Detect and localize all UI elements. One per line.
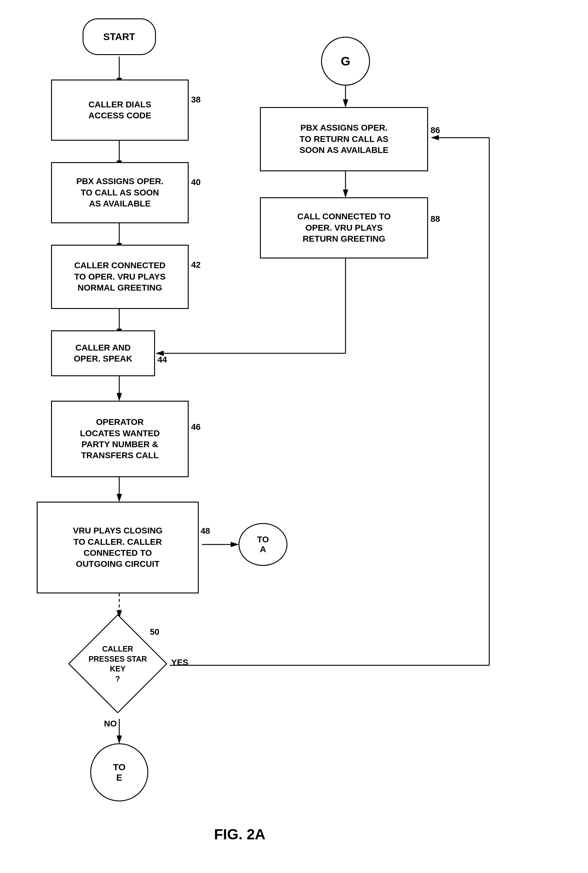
no-label: NO bbox=[104, 719, 117, 729]
node-88: CALL CONNECTED TO OPER. VRU PLAYS RETURN… bbox=[260, 197, 428, 258]
ref-46: 46 bbox=[191, 422, 201, 432]
start-node: START bbox=[82, 18, 156, 55]
svg-marker-19 bbox=[431, 135, 439, 140]
svg-marker-9 bbox=[117, 393, 122, 401]
ref-44: 44 bbox=[158, 355, 167, 365]
fig-label: FIG. 2A bbox=[214, 826, 266, 843]
to-a-circle: TO A bbox=[238, 523, 287, 566]
svg-marker-21 bbox=[117, 736, 122, 743]
svg-marker-25 bbox=[343, 190, 348, 197]
svg-marker-11 bbox=[117, 494, 122, 502]
node-38: CALLER DIALS ACCESS CODE bbox=[51, 80, 189, 141]
ref-40: 40 bbox=[191, 177, 201, 187]
ref-38: 38 bbox=[191, 95, 201, 105]
svg-marker-13 bbox=[231, 542, 238, 547]
ref-48: 48 bbox=[201, 526, 210, 536]
ref-88: 88 bbox=[430, 214, 440, 224]
node-46: OPERATOR LOCATES WANTED PARTY NUMBER & T… bbox=[51, 401, 189, 477]
svg-marker-23 bbox=[343, 99, 348, 107]
ref-50: 50 bbox=[150, 627, 159, 637]
node-86: PBX ASSIGNS OPER. TO RETURN CALL AS SOON… bbox=[260, 107, 428, 171]
ref-86: 86 bbox=[430, 125, 440, 135]
node-44: CALLER AND OPER. SPEAK bbox=[51, 331, 155, 376]
yes-label: YES bbox=[171, 658, 188, 667]
node-g: G bbox=[321, 37, 370, 86]
node-40: PBX ASSIGNS OPER. TO CALL AS SOON AS AVA… bbox=[51, 162, 189, 223]
node-42: CALLER CONNECTED TO OPER. VRU PLAYS NORM… bbox=[51, 245, 189, 309]
to-e-circle: TO E bbox=[90, 743, 148, 801]
ref-42: 42 bbox=[191, 260, 201, 270]
node-48: VRU PLAYS CLOSING TO CALLER. CALLER CONN… bbox=[37, 502, 199, 594]
